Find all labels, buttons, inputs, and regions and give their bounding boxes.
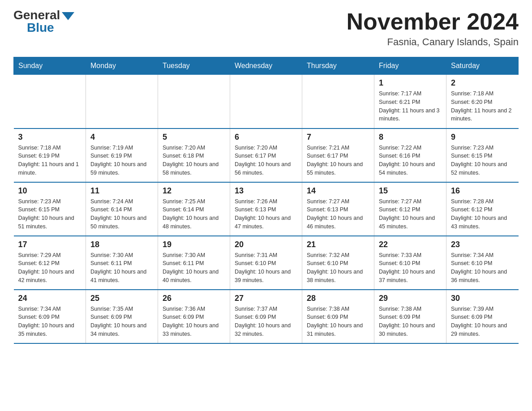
calendar-cell: 2Sunrise: 7:18 AM Sunset: 6:20 PM Daylig… (446, 75, 519, 128)
day-info: Sunrise: 7:18 AM Sunset: 6:19 PM Dayligh… (18, 144, 82, 177)
day-number: 5 (163, 133, 225, 142)
calendar-cell: 25Sunrise: 7:35 AM Sunset: 6:09 PM Dayli… (86, 290, 158, 343)
day-number: 27 (235, 294, 297, 303)
logo-triangle-icon (62, 12, 74, 20)
day-number: 30 (451, 294, 514, 303)
day-info: Sunrise: 7:20 AM Sunset: 6:18 PM Dayligh… (163, 144, 225, 177)
day-number: 18 (90, 240, 153, 249)
calendar-cell: 22Sunrise: 7:33 AM Sunset: 6:10 PM Dayli… (374, 236, 446, 290)
calendar-cell: 17Sunrise: 7:29 AM Sunset: 6:12 PM Dayli… (14, 236, 86, 290)
calendar-cell: 1Sunrise: 7:17 AM Sunset: 6:21 PM Daylig… (374, 75, 446, 128)
calendar-table: SundayMondayTuesdayWednesdayThursdayFrid… (13, 57, 519, 344)
day-info: Sunrise: 7:31 AM Sunset: 6:10 PM Dayligh… (235, 251, 297, 285)
day-info: Sunrise: 7:36 AM Sunset: 6:09 PM Dayligh… (163, 305, 225, 338)
logo-blue-text: Blue (27, 21, 54, 34)
logo: General Blue (13, 9, 74, 34)
calendar-cell: 28Sunrise: 7:38 AM Sunset: 6:09 PM Dayli… (302, 290, 374, 343)
day-info: Sunrise: 7:32 AM Sunset: 6:10 PM Dayligh… (307, 251, 369, 285)
day-info: Sunrise: 7:34 AM Sunset: 6:10 PM Dayligh… (451, 251, 514, 285)
calendar-week-row: 24Sunrise: 7:34 AM Sunset: 6:09 PM Dayli… (14, 290, 519, 343)
day-number: 15 (379, 186, 442, 196)
day-number: 21 (307, 240, 369, 249)
day-number: 10 (18, 186, 82, 196)
calendar-cell: 19Sunrise: 7:30 AM Sunset: 6:11 PM Dayli… (158, 236, 230, 290)
calendar-cell: 14Sunrise: 7:27 AM Sunset: 6:13 PM Dayli… (302, 182, 374, 236)
calendar-cell: 3Sunrise: 7:18 AM Sunset: 6:19 PM Daylig… (14, 128, 86, 182)
calendar-week-row: 17Sunrise: 7:29 AM Sunset: 6:12 PM Dayli… (14, 236, 519, 290)
day-number: 22 (379, 240, 442, 249)
day-number: 28 (307, 294, 369, 303)
calendar-cell: 20Sunrise: 7:31 AM Sunset: 6:10 PM Dayli… (230, 236, 302, 290)
weekday-header-row: SundayMondayTuesdayWednesdayThursdayFrid… (14, 57, 519, 75)
day-info: Sunrise: 7:37 AM Sunset: 6:09 PM Dayligh… (235, 305, 297, 338)
day-number: 13 (235, 186, 297, 196)
calendar-cell: 26Sunrise: 7:36 AM Sunset: 6:09 PM Dayli… (158, 290, 230, 343)
day-info: Sunrise: 7:38 AM Sunset: 6:09 PM Dayligh… (307, 305, 369, 338)
day-info: Sunrise: 7:33 AM Sunset: 6:10 PM Dayligh… (379, 251, 442, 285)
calendar-cell: 9Sunrise: 7:23 AM Sunset: 6:15 PM Daylig… (446, 128, 519, 182)
day-info: Sunrise: 7:24 AM Sunset: 6:14 PM Dayligh… (90, 197, 153, 231)
calendar-cell: 7Sunrise: 7:21 AM Sunset: 6:17 PM Daylig… (302, 128, 374, 182)
calendar-cell: 11Sunrise: 7:24 AM Sunset: 6:14 PM Dayli… (86, 182, 158, 236)
weekday-header-monday: Monday (86, 57, 158, 75)
logo-general-text: General (13, 9, 60, 21)
calendar-cell (302, 75, 374, 128)
day-info: Sunrise: 7:38 AM Sunset: 6:09 PM Dayligh… (379, 305, 442, 338)
day-number: 29 (379, 294, 442, 303)
calendar-location: Fasnia, Canary Islands, Spain (347, 36, 519, 48)
day-info: Sunrise: 7:21 AM Sunset: 6:17 PM Dayligh… (307, 144, 369, 177)
day-info: Sunrise: 7:23 AM Sunset: 6:15 PM Dayligh… (451, 144, 514, 177)
day-info: Sunrise: 7:17 AM Sunset: 6:21 PM Dayligh… (379, 90, 442, 123)
calendar-cell: 6Sunrise: 7:20 AM Sunset: 6:17 PM Daylig… (230, 128, 302, 182)
calendar-cell (86, 75, 158, 128)
weekday-header-friday: Friday (374, 57, 446, 75)
calendar-cell: 5Sunrise: 7:20 AM Sunset: 6:18 PM Daylig… (158, 128, 230, 182)
day-number: 9 (451, 133, 514, 142)
calendar-cell: 29Sunrise: 7:38 AM Sunset: 6:09 PM Dayli… (374, 290, 446, 343)
day-info: Sunrise: 7:29 AM Sunset: 6:12 PM Dayligh… (18, 251, 82, 285)
calendar-cell: 15Sunrise: 7:27 AM Sunset: 6:12 PM Dayli… (374, 182, 446, 236)
day-number: 16 (451, 186, 514, 196)
day-info: Sunrise: 7:19 AM Sunset: 6:19 PM Dayligh… (90, 144, 153, 177)
day-number: 4 (90, 133, 153, 142)
day-info: Sunrise: 7:22 AM Sunset: 6:16 PM Dayligh… (379, 144, 442, 177)
day-number: 12 (163, 186, 225, 196)
calendar-cell: 13Sunrise: 7:26 AM Sunset: 6:13 PM Dayli… (230, 182, 302, 236)
calendar-cell: 8Sunrise: 7:22 AM Sunset: 6:16 PM Daylig… (374, 128, 446, 182)
calendar-cell: 30Sunrise: 7:39 AM Sunset: 6:09 PM Dayli… (446, 290, 519, 343)
weekday-header-thursday: Thursday (302, 57, 374, 75)
calendar-cell: 16Sunrise: 7:28 AM Sunset: 6:12 PM Dayli… (446, 182, 519, 236)
calendar-cell (158, 75, 230, 128)
day-number: 2 (451, 78, 514, 88)
calendar-cell (14, 75, 86, 128)
title-block: November 2024 Fasnia, Canary Islands, Sp… (347, 9, 519, 48)
day-number: 24 (18, 294, 82, 303)
calendar-cell (230, 75, 302, 128)
calendar-cell: 10Sunrise: 7:23 AM Sunset: 6:15 PM Dayli… (14, 182, 86, 236)
day-number: 14 (307, 186, 369, 196)
day-number: 3 (18, 133, 82, 142)
weekday-header-tuesday: Tuesday (158, 57, 230, 75)
day-info: Sunrise: 7:18 AM Sunset: 6:20 PM Dayligh… (451, 90, 514, 123)
day-number: 8 (379, 133, 442, 142)
calendar-cell: 4Sunrise: 7:19 AM Sunset: 6:19 PM Daylig… (86, 128, 158, 182)
calendar-title: November 2024 (347, 9, 519, 34)
page-header: General Blue November 2024 Fasnia, Canar… (13, 9, 519, 48)
calendar-cell: 23Sunrise: 7:34 AM Sunset: 6:10 PM Dayli… (446, 236, 519, 290)
calendar-cell: 18Sunrise: 7:30 AM Sunset: 6:11 PM Dayli… (86, 236, 158, 290)
day-info: Sunrise: 7:39 AM Sunset: 6:09 PM Dayligh… (451, 305, 514, 338)
day-number: 20 (235, 240, 297, 249)
calendar-cell: 27Sunrise: 7:37 AM Sunset: 6:09 PM Dayli… (230, 290, 302, 343)
day-info: Sunrise: 7:20 AM Sunset: 6:17 PM Dayligh… (235, 144, 297, 177)
calendar-week-row: 10Sunrise: 7:23 AM Sunset: 6:15 PM Dayli… (14, 182, 519, 236)
day-number: 7 (307, 133, 369, 142)
day-number: 23 (451, 240, 514, 249)
calendar-cell: 12Sunrise: 7:25 AM Sunset: 6:14 PM Dayli… (158, 182, 230, 236)
day-info: Sunrise: 7:26 AM Sunset: 6:13 PM Dayligh… (235, 197, 297, 231)
day-number: 25 (90, 294, 153, 303)
day-info: Sunrise: 7:23 AM Sunset: 6:15 PM Dayligh… (18, 197, 82, 231)
day-number: 1 (379, 78, 442, 88)
day-number: 6 (235, 133, 297, 142)
day-number: 17 (18, 240, 82, 249)
day-info: Sunrise: 7:34 AM Sunset: 6:09 PM Dayligh… (18, 305, 82, 338)
